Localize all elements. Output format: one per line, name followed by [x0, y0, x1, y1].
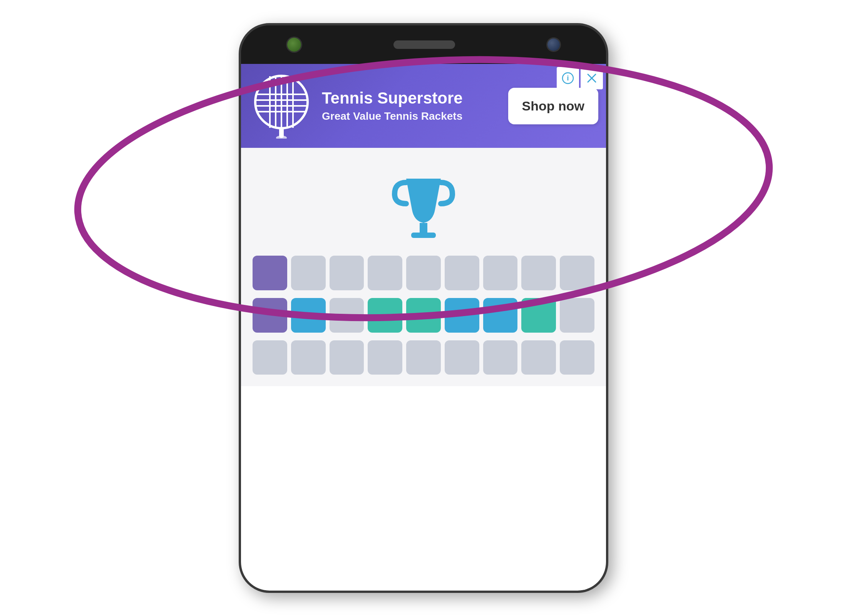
phone-mockup: Tennis Superstore Great Value Tennis Rac…: [239, 23, 608, 593]
svg-text:i: i: [567, 74, 569, 82]
tile: [406, 256, 441, 290]
tile: [253, 298, 287, 333]
app-content: [241, 148, 606, 386]
tile: [330, 298, 364, 333]
tiles-grid-row3: [249, 340, 598, 375]
tile: [483, 256, 518, 290]
scene: Tennis Superstore Great Value Tennis Rac…: [0, 0, 847, 616]
phone-screen: Tennis Superstore Great Value Tennis Rac…: [241, 64, 606, 591]
phone-speaker: [393, 40, 455, 49]
tiles-grid-row1: [249, 256, 598, 290]
tile: [368, 256, 402, 290]
trophy-icon: [385, 167, 462, 244]
ad-title: Tennis Superstore: [322, 89, 500, 107]
tile: [291, 256, 326, 290]
tile: [406, 340, 441, 375]
svg-rect-18: [411, 233, 436, 238]
close-icon: [586, 72, 598, 84]
tile: [291, 340, 326, 375]
tile: [445, 298, 479, 333]
trophy-area: [385, 159, 462, 248]
racket-icon: [249, 73, 314, 139]
tile: [291, 298, 326, 333]
tile: [521, 256, 556, 290]
phone-side-button: [607, 179, 608, 210]
svg-rect-17: [420, 223, 427, 234]
ad-banner: Tennis Superstore Great Value Tennis Rac…: [241, 64, 606, 148]
tile: [560, 256, 594, 290]
ad-text: Tennis Superstore Great Value Tennis Rac…: [322, 89, 500, 122]
tile: [445, 340, 479, 375]
ad-close-button[interactable]: [581, 67, 603, 89]
ad-subtitle: Great Value Tennis Rackets: [322, 110, 500, 122]
tile: [521, 340, 556, 375]
tile: [330, 256, 364, 290]
ad-info-button[interactable]: i: [557, 67, 579, 89]
tile: [253, 340, 287, 375]
tile: [368, 340, 402, 375]
front-camera-left: [287, 38, 301, 52]
phone-top-bar: [241, 25, 606, 64]
tile: [406, 298, 441, 333]
info-icon: i: [562, 72, 574, 84]
tile: [560, 298, 594, 333]
svg-point-12: [276, 136, 287, 139]
tiles-grid-row2: [249, 298, 598, 333]
tile: [483, 298, 518, 333]
front-camera-right: [547, 38, 560, 51]
racket-icon-container: [249, 73, 314, 139]
tile: [330, 340, 364, 375]
tile: [253, 256, 287, 290]
shop-now-button[interactable]: Shop now: [508, 88, 598, 124]
tile: [560, 340, 594, 375]
tile: [521, 298, 556, 333]
ad-controls: i: [557, 67, 603, 89]
tile: [483, 340, 518, 375]
tile: [445, 256, 479, 290]
tile: [368, 298, 402, 333]
